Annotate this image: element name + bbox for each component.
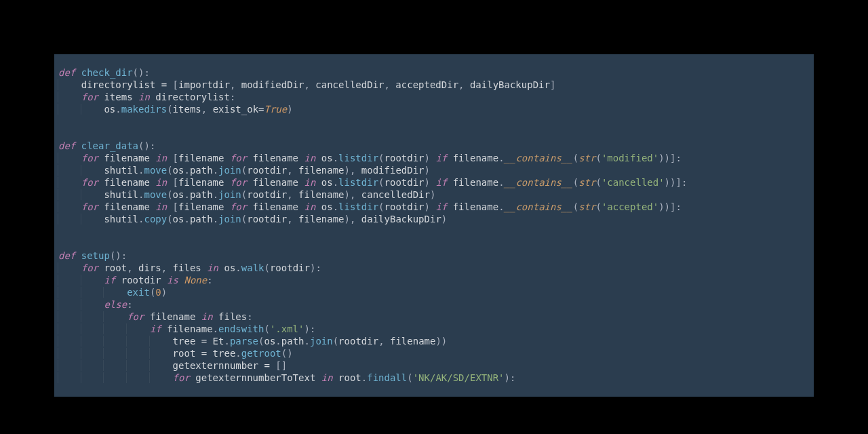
code-line[interactable]: if filename.endswith('.xml'):	[58, 323, 810, 335]
code-line[interactable]	[58, 115, 810, 127]
code-line[interactable]: exit(0)	[58, 286, 810, 298]
code-line[interactable]: if rootdir is None:	[58, 274, 810, 286]
code-line[interactable]: getexternnumber = []	[58, 359, 810, 372]
code-line[interactable]: for items in directorylist:	[58, 91, 810, 103]
code-line[interactable]: shutil.move(os.path.join(rootdir, filena…	[58, 189, 810, 201]
code-line[interactable]: shutil.copy(os.path.join(rootdir, filena…	[58, 213, 810, 225]
code-line[interactable]: for filename in files:	[58, 311, 810, 323]
code-line[interactable]: else:	[58, 298, 810, 311]
code-content[interactable]: def check_dir(): directorylist = [import…	[54, 54, 814, 384]
code-line[interactable]: def check_dir():	[58, 66, 810, 79]
code-line[interactable]: tree = Et.parse(os.path.join(rootdir, fi…	[58, 335, 810, 347]
code-line[interactable]: for filename in [filename for filename i…	[58, 201, 810, 213]
code-line[interactable]	[58, 127, 810, 140]
code-line[interactable]: os.makedirs(items, exist_ok=True)	[58, 103, 810, 115]
code-line[interactable]	[58, 54, 810, 66]
code-line[interactable]	[58, 225, 810, 237]
code-line[interactable]: root = tree.getroot()	[58, 347, 810, 359]
code-line[interactable]: directorylist = [importdir, modifiedDir,…	[58, 79, 810, 91]
code-line[interactable]: for getexternnumberToText in root.findal…	[58, 372, 810, 384]
code-line[interactable]: for filename in [filename for filename i…	[58, 176, 810, 189]
code-line[interactable]: def clear_data():	[58, 140, 810, 152]
code-line[interactable]: def setup():	[58, 250, 810, 262]
code-editor[interactable]: def check_dir(): directorylist = [import…	[54, 54, 814, 397]
code-line[interactable]: for root, dirs, files in os.walk(rootdir…	[58, 262, 810, 274]
code-line[interactable]: for filename in [filename for filename i…	[58, 152, 810, 164]
code-line[interactable]	[58, 237, 810, 250]
code-line[interactable]: shutil.move(os.path.join(rootdir, filena…	[58, 164, 810, 176]
